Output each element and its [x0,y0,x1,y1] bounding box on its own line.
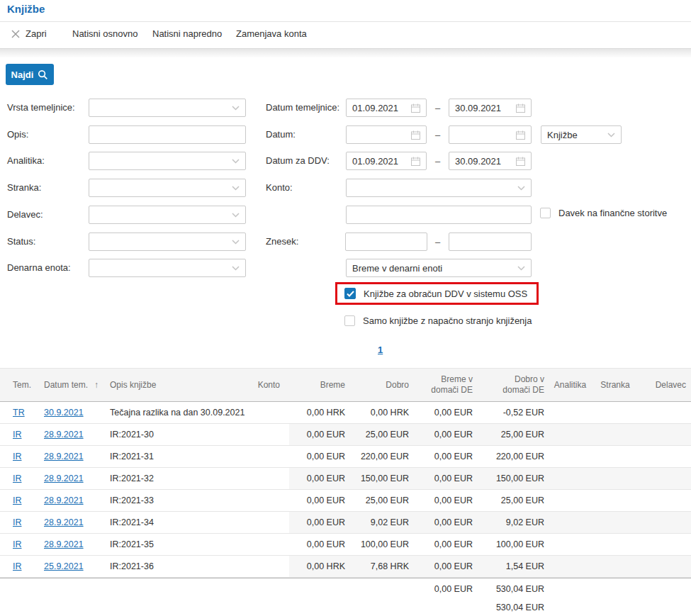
datum-temeljnice-to-value: 30.09.2021 [455,103,501,113]
datum-to-input[interactable] [449,125,532,144]
temeljnica-link[interactable]: IR [13,452,22,461]
breme-domaci-cell: 0,00 EUR [411,534,475,555]
column-header-tem[interactable]: Tem. [0,380,39,391]
column-header-dobro-domaci[interactable]: Dobro v domači DE [475,374,546,396]
breme-cell: 0,00 EUR [289,468,347,489]
znesek-to-input[interactable] [449,233,532,251]
filter-label-opis: Opis: [7,129,28,140]
column-header-breme-domaci[interactable]: Breme v domači DE [411,374,475,396]
temeljnica-link[interactable]: IR [13,561,22,571]
temeljnica-link[interactable]: IR [13,495,22,505]
column-header-dobro[interactable]: Dobro [347,380,411,391]
replace-account-label: Zamenjava konta [236,28,307,39]
dobro-domaci-cell: 25,00 EUR [475,490,546,511]
column-header-opis[interactable]: Opis knjižbe [103,380,252,391]
temeljnica-link[interactable]: IR [13,539,22,549]
znesek-from-input[interactable] [345,233,427,251]
delavec-cell [636,446,691,467]
column-header-breme[interactable]: Breme [289,380,347,391]
analitika-select[interactable] [89,152,246,170]
vrsta-temeljnice-select[interactable] [89,99,246,117]
temeljnica-link[interactable]: TR [13,408,25,418]
analitika-cell [546,424,594,445]
konto-cell [252,446,289,467]
find-button[interactable]: Najdi [6,64,54,85]
chevron-down-icon [232,159,240,164]
status-select[interactable] [89,233,246,251]
temeljnica-link[interactable]: IR [13,430,22,439]
tem-cell: IR [0,534,39,555]
close-button[interactable]: Zapri [11,28,47,39]
replace-account-button[interactable]: Zamenjava konta [236,28,307,39]
calendar-icon [411,157,420,166]
column-header-konto[interactable]: Konto [252,380,289,391]
opis-cell: IR:2021-34 [103,512,252,533]
datum-temeljnice-to-input[interactable]: 30.09.2021 [449,99,532,117]
datum-za-ddv-from-value: 01.09.2021 [352,156,398,167]
napacna-stran-checkbox-row[interactable]: Samo knjižbe z napačno stranjo knjiženja [344,315,532,326]
opis-cell: IR:2021-36 [103,556,252,577]
print-basic-button[interactable]: Natisni osnovno [72,28,138,39]
konto-select[interactable] [346,179,532,197]
temeljnica-link[interactable]: IR [13,517,22,527]
breme-cell: 0,00 HRK [289,402,347,423]
datum-link[interactable]: 28.9.2021 [44,539,84,549]
konto-cell [252,512,289,533]
datum-link[interactable]: 28.9.2021 [44,430,84,439]
datum-za-ddv-to-input[interactable]: 30.09.2021 [449,152,532,170]
datum-link[interactable]: 30.9.2021 [44,408,84,418]
datum-link[interactable]: 28.9.2021 [44,452,84,461]
breme-cell: 0,00 EUR [289,490,347,511]
davek-fin-storitve-checkbox-row[interactable]: Davek na finančne storitve [540,208,667,218]
print-advanced-button[interactable]: Natisni napredno [152,28,222,39]
datum-temeljnice-from-input[interactable]: 01.09.2021 [346,99,427,117]
datum-from-input[interactable] [346,125,427,144]
vrsta-knjizb-select[interactable]: Knjižbe [541,125,622,144]
calendar-icon [516,103,525,113]
sort-ascending-icon: ↑ [94,380,99,391]
breme-domaci-cell: 0,00 EUR [411,468,475,489]
table-row: IR 28.9.2021 IR:2021-35 0,00 EUR 100,00 … [0,534,691,556]
table-row: IR 28.9.2021 IR:2021-33 0,00 EUR 25,00 E… [0,490,691,512]
konto-extra-input[interactable] [346,206,532,224]
search-icon [38,69,48,80]
filter-label-analitika: Analitika: [7,155,45,166]
column-header-delavec[interactable]: Delavec [636,380,691,391]
temeljnica-link[interactable]: IR [13,474,22,483]
oss-checkbox-label: Knjižbe za obračun DDV v sistemu OSS [364,289,527,299]
dobro-cell: 25,00 EUR [347,490,411,511]
chevron-down-icon [517,266,525,271]
davek-fin-storitve-checkbox[interactable] [540,208,551,218]
filter-label-datum: Datum: [266,129,296,140]
stranka-select[interactable] [89,179,246,197]
oss-checkbox[interactable] [344,288,356,299]
table-header: Tem. Datum tem. ↑ Opis knjižbe Konto Bre… [0,368,691,402]
column-header-analitika[interactable]: Analitika [546,380,594,391]
column-header-datum-tem[interactable]: Datum tem. ↑ [39,380,103,391]
calendar-icon [411,130,420,140]
tem-cell: IR [0,490,39,511]
delavec-select[interactable] [89,206,246,224]
column-header-stranka[interactable]: Stranka [594,380,636,391]
pagination-page-1[interactable]: 1 [378,345,383,355]
znesek-vrsta-select[interactable]: Breme v denarni enoti [346,259,532,277]
konto-cell [252,402,289,423]
chevron-down-icon [232,186,240,191]
breme-domaci-cell: 0,00 EUR [411,402,475,423]
print-advanced-label: Natisni napredno [152,28,222,39]
range-separator: – [435,130,440,140]
dobro-domaci-cell: 1,54 EUR [475,556,546,577]
datum-cell: 28.9.2021 [39,490,103,511]
datum-cell: 25.9.2021 [39,556,103,577]
datum-link[interactable]: 28.9.2021 [44,474,84,483]
datum-link[interactable]: 28.9.2021 [44,495,84,505]
stranka-cell [594,556,636,577]
datum-za-ddv-from-input[interactable]: 01.09.2021 [346,152,427,170]
knjizbe-page: Knjižbe Zapri Natisni osnovno Natisni na… [0,0,691,616]
opis-input[interactable] [89,125,246,144]
datum-link[interactable]: 25.9.2021 [44,561,84,571]
napacna-stran-checkbox[interactable] [344,315,355,326]
find-button-label: Najdi [11,69,34,80]
datum-link[interactable]: 28.9.2021 [44,517,84,527]
denarna-enota-select[interactable] [89,259,246,277]
